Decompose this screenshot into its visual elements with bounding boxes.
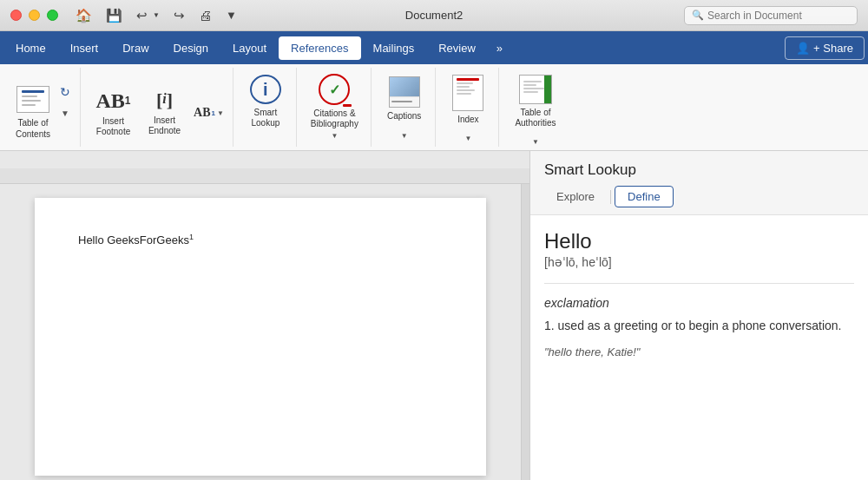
search-input[interactable]	[707, 10, 846, 22]
smart-panel-content: Hello [həˈlō, heˈlō] exclamation 1. used…	[530, 215, 868, 480]
search-icon: 🔍	[692, 10, 704, 21]
print-icon[interactable]: 🖨	[199, 8, 212, 23]
toc-refresh-button[interactable]: ↻	[56, 82, 75, 102]
citations-group: ✓ Citations & Bibliography ▼	[299, 68, 372, 147]
index-dropdown-button[interactable]: ▼	[464, 128, 471, 144]
toc-label: Table of Contents	[16, 117, 50, 140]
smart-lookup-group: i Smart Lookup	[235, 68, 297, 147]
toa-button[interactable]: Table of Authorities	[510, 71, 561, 132]
menu-bar: Home Insert Draw Design Layout Reference…	[0, 31, 868, 64]
citations-icon: ✓	[319, 74, 350, 105]
menu-references[interactable]: References	[279, 36, 360, 60]
document-page[interactable]: Hello GeeksForGeeks1	[35, 198, 486, 476]
captions-dropdown-button[interactable]: ▼	[401, 126, 408, 141]
captions-label: Captions	[387, 111, 421, 122]
title-bar: 🏠 💾 ↩ ▼ ↪ 🖨 ▼ Document2 🔍	[0, 0, 868, 31]
toa-dropdown-button[interactable]: ▼	[532, 132, 539, 148]
definition-entry: 1. used as a greeting or to begin a phon…	[544, 317, 854, 335]
toolbar-icons: 🏠 💾 ↩ ▼ ↪ 🖨 ▼	[76, 8, 237, 23]
undo-icon[interactable]: ↩	[136, 8, 148, 23]
index-group: Index ▼	[437, 68, 499, 147]
search-bar[interactable]: 🔍	[684, 6, 858, 25]
tab-divider	[610, 190, 611, 204]
insert-endnote-button[interactable]: [i] Insert Endnote	[141, 82, 188, 143]
citations-label: Citations & Bibliography	[311, 108, 358, 129]
index-icon	[452, 75, 483, 111]
captions-group: Captions ▼	[373, 68, 436, 147]
toa-label: Table of Authorities	[515, 108, 556, 128]
definition-type: exclamation	[544, 296, 854, 310]
insert-footnote-button[interactable]: AB1 Insert Footnote	[89, 82, 137, 143]
definition-number: 1.	[544, 319, 555, 332]
main-area: Hello GeeksForGeeks1 Smart Lookup Explor…	[0, 151, 868, 480]
explore-tab[interactable]: Explore	[544, 187, 607, 207]
smart-panel-tabs: Explore Define	[544, 186, 854, 207]
definition-example: "hello there, Katie!"	[544, 344, 854, 361]
scrollbar[interactable]	[521, 184, 529, 480]
definition-text: used as a greeting or to begin a phone c…	[558, 319, 842, 332]
document-title: Document2	[405, 9, 463, 22]
document-content: Hello GeeksForGeeks1	[78, 233, 443, 247]
menu-insert[interactable]: Insert	[58, 36, 111, 60]
ab-group: AB 1 ▼	[192, 82, 226, 143]
smart-panel-title: Smart Lookup	[544, 161, 854, 179]
smart-panel-header: Smart Lookup Explore Define	[530, 151, 868, 215]
definition-pronunciation: [həˈlō, heˈlō]	[544, 255, 854, 269]
citations-button[interactable]: ✓ Citations & Bibliography	[306, 71, 364, 132]
minimize-button[interactable]	[29, 10, 40, 21]
insert-footnote-label: Insert Footnote	[96, 116, 130, 137]
undo-dropdown-icon[interactable]: ▼	[153, 11, 160, 19]
ruler	[0, 168, 529, 184]
toc-button[interactable]: Table of Contents	[12, 82, 54, 143]
insert-endnote-label: Insert Endnote	[148, 115, 181, 136]
footnotes-group: AB1 Insert Footnote [i] Insert Endnote A…	[82, 68, 233, 147]
traffic-lights	[10, 10, 58, 21]
menu-more[interactable]: »	[488, 36, 511, 60]
smart-lookup-button[interactable]: i Smart Lookup	[244, 71, 287, 132]
menu-home[interactable]: Home	[3, 36, 58, 60]
document-area: Hello GeeksForGeeks1	[0, 151, 529, 480]
menu-draw[interactable]: Draw	[110, 36, 161, 60]
maximize-button[interactable]	[47, 10, 58, 21]
footnote-icon: AB1	[96, 89, 131, 113]
smart-lookup-label: Smart Lookup	[251, 108, 279, 128]
menu-layout[interactable]: Layout	[220, 36, 279, 60]
share-button[interactable]: 👤 + Share	[785, 36, 865, 60]
smart-lookup-panel: Smart Lookup Explore Define Hello [həˈlō…	[529, 151, 868, 480]
toc-dropdown-button[interactable]: ▼	[56, 103, 75, 122]
definition-word: Hello	[544, 229, 854, 253]
redo-icon[interactable]: ↪	[174, 8, 185, 23]
define-tab[interactable]: Define	[615, 186, 674, 207]
close-button[interactable]	[10, 10, 22, 21]
captions-icon	[389, 76, 420, 108]
home-icon[interactable]: 🏠	[76, 8, 92, 23]
share-icon: 👤	[796, 42, 810, 55]
ribbon: Table of Contents ↻ ▼ AB1 Insert Footnot…	[0, 64, 868, 151]
toc-icon	[16, 86, 49, 113]
toa-icon	[519, 75, 552, 104]
save-icon[interactable]: 💾	[106, 8, 122, 23]
footnote-ref: 1	[189, 233, 194, 241]
captions-button[interactable]: Captions	[382, 71, 426, 126]
index-button[interactable]: Index	[446, 71, 490, 128]
index-label: Index	[457, 115, 478, 125]
more-icon[interactable]: ▼	[226, 9, 237, 22]
definition-divider	[544, 283, 854, 284]
toc-ribbon-group: Table of Contents ↻ ▼	[7, 68, 81, 147]
menu-design[interactable]: Design	[161, 36, 220, 60]
endnote-icon: [i]	[156, 89, 173, 112]
document-text: Hello GeeksForGeeks	[78, 233, 189, 247]
ab-button[interactable]: AB 1 ▼	[192, 104, 226, 122]
menu-mailings[interactable]: Mailings	[361, 36, 427, 60]
smart-lookup-icon: i	[250, 75, 281, 104]
toa-group: Table of Authorities ▼	[501, 68, 569, 147]
citations-dropdown-button[interactable]: ▼	[331, 132, 338, 140]
menu-review[interactable]: Review	[426, 36, 488, 60]
